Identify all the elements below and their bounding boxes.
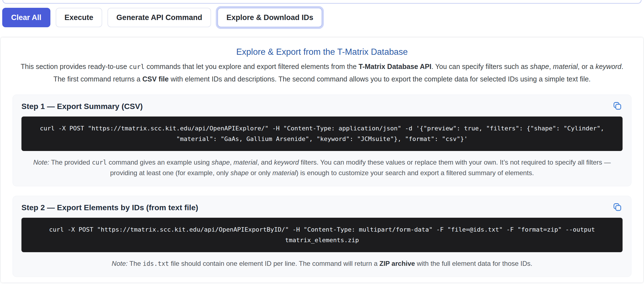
step2-command-code: curl -X POST "https://tmatrix.scc.kit.ed… (21, 218, 623, 252)
step2-header: Step 2 — Export Elements by IDs (from te… (21, 202, 623, 213)
step1-title: Step 1 — Export Summary (CSV) (21, 101, 143, 111)
toolbar: Clear All Execute Generate API Command E… (0, 4, 644, 27)
step2-card: Step 2 — Export Elements by IDs (from te… (13, 196, 631, 277)
execute-button[interactable]: Execute (56, 8, 102, 27)
section-intro: This section provides ready-to-use curl … (16, 60, 628, 85)
generate-api-command-button[interactable]: Generate API Command (107, 8, 211, 27)
step2-title: Step 2 — Export Elements by IDs (from te… (21, 203, 198, 213)
step2-note: Note: The ids.txt file should contain on… (33, 258, 612, 269)
explore-export-section: Explore & Export from the T-Matrix Datab… (1, 38, 643, 282)
filter-panel-bottom-edge (3, 0, 641, 4)
copy-icon (612, 202, 623, 213)
explore-download-ids-button[interactable]: Explore & Download IDs (217, 8, 322, 27)
clear-all-button[interactable]: Clear All (2, 8, 50, 27)
step1-note: Note: The provided curl command gives an… (33, 157, 612, 178)
page: Clear All Execute Generate API Command E… (0, 0, 644, 282)
step1-command-code: curl -X POST "https://tmatrix.scc.kit.ed… (21, 117, 623, 151)
copy-icon (612, 101, 623, 111)
step2-copy-button[interactable] (612, 202, 623, 213)
step1-header: Step 1 — Export Summary (CSV) (21, 101, 623, 111)
step1-copy-button[interactable] (612, 101, 623, 111)
section-title: Explore & Export from the T-Matrix Datab… (1, 48, 643, 56)
step1-card: Step 1 — Export Summary (CSV) curl -X PO… (13, 95, 631, 186)
